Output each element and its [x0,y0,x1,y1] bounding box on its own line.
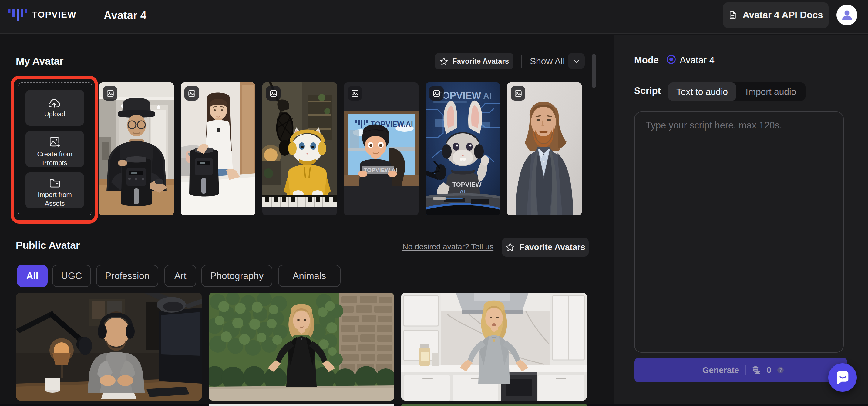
svg-text:TOPVIEW: TOPVIEW [452,181,482,188]
svg-text:AI: AI [483,91,492,101]
